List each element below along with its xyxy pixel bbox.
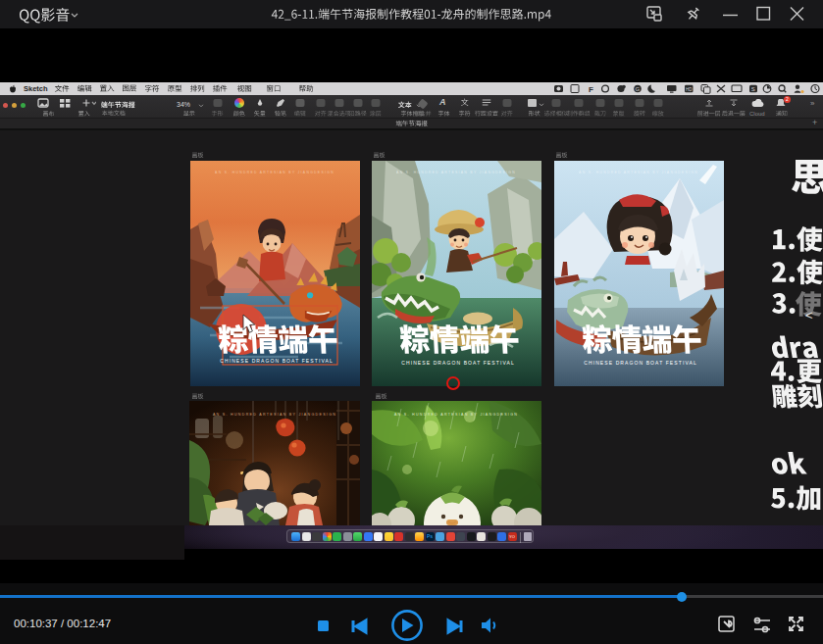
svg-text:AN S. HUNDRED ARTESIAN BY JIAN: AN S. HUNDRED ARTESIAN BY JIANGDESIGN <box>213 413 336 417</box>
svg-text:AN S. HUNDRED ARTESIAN BY JIAN: AN S. HUNDRED ARTESIAN BY JIANGDESIGN <box>394 413 518 417</box>
svg-text:AN S. HUNDRED ARTESIAN BY JIAN: AN S. HUNDRED ARTESIAN BY JIANGDESIGN <box>215 171 334 174</box>
svg-text:HD: HD <box>686 87 693 92</box>
svg-text:F: F <box>589 85 593 94</box>
svg-text:CHINESE DRAGON BOAT FESTIVAL: CHINESE DRAGON BOAT FESTIVAL <box>401 360 515 366</box>
svg-text:G: G <box>636 86 641 92</box>
svg-text:AN S. HUNDRED ARTESIAN BY JIAN: AN S. HUNDRED ARTESIAN BY JIANGDESIGN <box>579 171 698 174</box>
svg-text:AN S. HUNDRED ARTESIAN BY JIAN: AN S. HUNDRED ARTESIAN BY JIANGDESIGN <box>396 171 516 174</box>
svg-text:S: S <box>751 86 755 92</box>
svg-text:CHINESE DRAGON BOAT FESTIVAL: CHINESE DRAGON BOAT FESTIVAL <box>220 358 334 364</box>
svg-text:CHINESE DRAGON BOAT FESTIVAL: CHINESE DRAGON BOAT FESTIVAL <box>584 360 697 366</box>
